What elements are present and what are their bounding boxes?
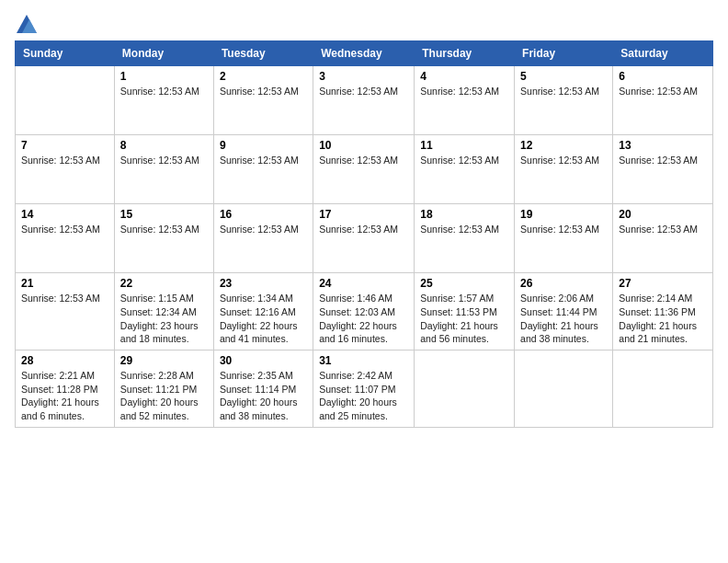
- calendar-cell: 3Sunrise: 12:53 AM: [313, 66, 415, 135]
- cell-info-text: Sunrise: 12:53 AM: [21, 154, 108, 167]
- cell-info-text: Sunrise: 2:42 AMSunset: 11:07 PMDaylight…: [319, 369, 408, 423]
- cell-day-number: 16: [220, 208, 307, 221]
- cell-info-text: Sunrise: 2:06 AMSunset: 11:44 PMDaylight…: [520, 292, 607, 346]
- weekday-header: Wednesday: [313, 41, 415, 66]
- calendar-cell: [515, 350, 613, 428]
- cell-day-number: 12: [520, 139, 607, 152]
- calendar-week-row: 28Sunrise: 2:21 AMSunset: 11:28 PMDaylig…: [16, 350, 713, 428]
- calendar-cell: 11Sunrise: 12:53 AM: [415, 135, 515, 204]
- cell-day-number: 3: [319, 70, 408, 83]
- calendar-cell: 23Sunrise: 1:34 AMSunset: 12:16 AMDaylig…: [213, 273, 313, 350]
- calendar-cell: [613, 350, 713, 428]
- cell-day-number: 4: [420, 70, 508, 83]
- cell-info-text: Sunrise: 12:53 AM: [520, 223, 607, 236]
- weekday-header: Monday: [114, 41, 213, 66]
- cell-day-number: 5: [520, 70, 607, 83]
- calendar-cell: [16, 66, 115, 135]
- cell-info-text: Sunrise: 2:28 AMSunset: 11:21 PMDaylight…: [120, 369, 208, 423]
- cell-info-text: Sunrise: 12:53 AM: [120, 85, 208, 98]
- calendar-cell: 13Sunrise: 12:53 AM: [613, 135, 713, 204]
- cell-day-number: 2: [220, 70, 307, 83]
- cell-day-number: 31: [319, 354, 408, 367]
- calendar-cell: 15Sunrise: 12:53 AM: [114, 204, 213, 273]
- weekday-header: Thursday: [415, 41, 515, 66]
- calendar-cell: 19Sunrise: 12:53 AM: [515, 204, 613, 273]
- calendar-cell: 30Sunrise: 2:35 AMSunset: 11:14 PMDaylig…: [213, 350, 313, 428]
- weekday-header: Sunday: [16, 41, 115, 66]
- cell-info-text: Sunrise: 12:53 AM: [420, 154, 508, 167]
- calendar-cell: 29Sunrise: 2:28 AMSunset: 11:21 PMDaylig…: [114, 350, 213, 428]
- weekday-header: Friday: [515, 41, 613, 66]
- calendar-cell: 31Sunrise: 2:42 AMSunset: 11:07 PMDaylig…: [313, 350, 415, 428]
- calendar-header-row: SundayMondayTuesdayWednesdayThursdayFrid…: [16, 41, 713, 66]
- cell-info-text: Sunrise: 12:53 AM: [21, 223, 108, 236]
- cell-info-text: Sunrise: 12:53 AM: [520, 85, 607, 98]
- cell-info-text: Sunrise: 12:53 AM: [619, 154, 707, 167]
- cell-day-number: 20: [619, 208, 707, 221]
- calendar-cell: 22Sunrise: 1:15 AMSunset: 12:34 AMDaylig…: [114, 273, 213, 350]
- cell-day-number: 26: [520, 277, 607, 290]
- calendar-cell: 12Sunrise: 12:53 AM: [515, 135, 613, 204]
- calendar-cell: 27Sunrise: 2:14 AMSunset: 11:36 PMDaylig…: [613, 273, 713, 350]
- cell-day-number: 27: [619, 277, 707, 290]
- cell-day-number: 24: [319, 277, 408, 290]
- calendar-cell: 17Sunrise: 12:53 AM: [313, 204, 415, 273]
- cell-day-number: 10: [319, 139, 408, 152]
- cell-day-number: 18: [420, 208, 508, 221]
- calendar-cell: 5Sunrise: 12:53 AM: [515, 66, 613, 135]
- cell-info-text: Sunrise: 12:53 AM: [319, 85, 408, 98]
- cell-info-text: Sunrise: 12:53 AM: [420, 85, 508, 98]
- cell-info-text: Sunrise: 12:53 AM: [120, 154, 208, 167]
- calendar-cell: 16Sunrise: 12:53 AM: [213, 204, 313, 273]
- calendar-cell: 2Sunrise: 12:53 AM: [213, 66, 313, 135]
- calendar-cell: 14Sunrise: 12:53 AM: [16, 204, 115, 273]
- calendar-cell: 10Sunrise: 12:53 AM: [313, 135, 415, 204]
- calendar-cell: 6Sunrise: 12:53 AM: [613, 66, 713, 135]
- calendar-cell: 18Sunrise: 12:53 AM: [415, 204, 515, 273]
- cell-day-number: 11: [420, 139, 508, 152]
- cell-info-text: Sunrise: 1:34 AMSunset: 12:16 AMDaylight…: [220, 292, 307, 346]
- calendar-table: SundayMondayTuesdayWednesdayThursdayFrid…: [15, 40, 713, 428]
- cell-info-text: Sunrise: 12:53 AM: [420, 223, 508, 236]
- cell-info-text: Sunrise: 12:53 AM: [120, 223, 208, 236]
- cell-info-text: Sunrise: 1:57 AMSunset: 11:53 PMDaylight…: [420, 292, 508, 346]
- cell-day-number: 30: [220, 354, 307, 367]
- page-header: [15, 15, 713, 33]
- cell-day-number: 21: [21, 277, 108, 290]
- calendar-cell: [415, 350, 515, 428]
- cell-info-text: Sunrise: 12:53 AM: [21, 292, 108, 305]
- cell-day-number: 7: [21, 139, 108, 152]
- cell-day-number: 8: [120, 139, 208, 152]
- cell-info-text: Sunrise: 1:15 AMSunset: 12:34 AMDaylight…: [120, 292, 208, 346]
- calendar-cell: 21Sunrise: 12:53 AM: [16, 273, 115, 350]
- cell-day-number: 29: [120, 354, 208, 367]
- cell-day-number: 23: [220, 277, 307, 290]
- cell-info-text: Sunrise: 1:46 AMSunset: 12:03 AMDaylight…: [319, 292, 408, 346]
- calendar-cell: 8Sunrise: 12:53 AM: [114, 135, 213, 204]
- cell-day-number: 13: [619, 139, 707, 152]
- logo-text: [15, 15, 37, 33]
- logo-icon: [17, 15, 37, 33]
- cell-day-number: 14: [21, 208, 108, 221]
- calendar-cell: 20Sunrise: 12:53 AM: [613, 204, 713, 273]
- cell-info-text: Sunrise: 12:53 AM: [319, 223, 408, 236]
- cell-info-text: Sunrise: 12:53 AM: [520, 154, 607, 167]
- cell-info-text: Sunrise: 12:53 AM: [619, 223, 707, 236]
- cell-info-text: Sunrise: 12:53 AM: [619, 85, 707, 98]
- cell-day-number: 28: [21, 354, 108, 367]
- cell-info-text: Sunrise: 2:35 AMSunset: 11:14 PMDaylight…: [220, 369, 307, 423]
- calendar-cell: 24Sunrise: 1:46 AMSunset: 12:03 AMDaylig…: [313, 273, 415, 350]
- cell-day-number: 22: [120, 277, 208, 290]
- cell-info-text: Sunrise: 12:53 AM: [220, 223, 307, 236]
- cell-day-number: 1: [120, 70, 208, 83]
- calendar-cell: 9Sunrise: 12:53 AM: [213, 135, 313, 204]
- calendar-week-row: 21Sunrise: 12:53 AM22Sunrise: 1:15 AMSun…: [16, 273, 713, 350]
- cell-info-text: Sunrise: 2:14 AMSunset: 11:36 PMDaylight…: [619, 292, 707, 346]
- cell-info-text: Sunrise: 12:53 AM: [220, 85, 307, 98]
- cell-info-text: Sunrise: 12:53 AM: [220, 154, 307, 167]
- cell-day-number: 9: [220, 139, 307, 152]
- cell-day-number: 15: [120, 208, 208, 221]
- cell-day-number: 17: [319, 208, 408, 221]
- calendar-cell: 26Sunrise: 2:06 AMSunset: 11:44 PMDaylig…: [515, 273, 613, 350]
- weekday-header: Saturday: [613, 41, 713, 66]
